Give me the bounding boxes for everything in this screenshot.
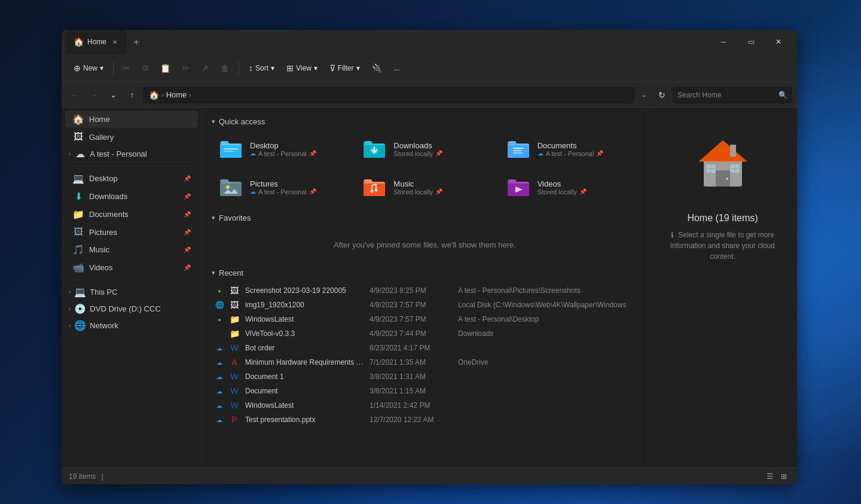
sidebar-videos-pin: 📌 <box>184 264 191 271</box>
svg-rect-25 <box>730 145 736 157</box>
recent-date-3: 4/9/2023 7:44 PM <box>370 329 453 338</box>
quick-access-chevron-icon: ▾ <box>212 118 215 126</box>
sidebar-group-this-pc[interactable]: › 💻 This PC <box>65 284 198 300</box>
quick-downloads-sub: Stored locally 📌 <box>393 150 442 157</box>
svg-rect-17 <box>364 184 385 196</box>
svg-rect-4 <box>224 151 234 152</box>
paste-button[interactable]: 📋 <box>155 60 175 76</box>
recent-row-5[interactable]: ☁ A Minimum Hardware Requirements fo... … <box>212 355 638 369</box>
delete-button[interactable]: 🗑 <box>216 60 234 76</box>
quick-item-downloads[interactable]: Downloads Stored locally 📌 <box>355 132 494 166</box>
forward-button[interactable]: → <box>86 87 102 103</box>
maximize-button[interactable]: ▭ <box>737 30 765 54</box>
new-icon: ⊕ <box>74 63 81 73</box>
quick-access-header[interactable]: ▾ Quick access <box>212 117 638 126</box>
path-current: Home <box>166 90 187 99</box>
search-box[interactable]: Search Home 🔍 <box>673 87 792 103</box>
details-button[interactable]: 🔌 <box>367 60 387 76</box>
sidebar-item-documents[interactable]: 📁 Documents 📌 <box>65 206 198 223</box>
quick-access-label: Quick access <box>219 117 265 126</box>
sync-status-0: ● <box>215 288 224 294</box>
desktop-icon: 💻 <box>72 173 84 184</box>
quick-item-videos[interactable]: Videos Stored locally 📌 <box>499 170 638 204</box>
quick-item-music[interactable]: Music Stored locally 📌 <box>355 170 494 204</box>
recent-location-3: Downloads <box>458 329 634 338</box>
recent-row-2[interactable]: ● 📁 WindowsLatest 4/9/2023 7:57 PM A tes… <box>212 312 638 326</box>
recent-row-7[interactable]: ☁ W Document 3/8/2021 1:15 AM <box>212 384 638 398</box>
quick-item-desktop[interactable]: Desktop ☁ A test - Personal 📌 <box>212 132 350 166</box>
recent-row-1[interactable]: 🌐 🖼 img19_1920x1200 4/9/2023 7:57 PM Loc… <box>212 298 638 312</box>
pictures-folder-icon <box>218 175 244 199</box>
recent-row-8[interactable]: ☁ W WindowsLatest 1/14/2021 2:42 PM <box>212 398 638 413</box>
sidebar-documents-label: Documents <box>89 210 179 219</box>
copy-icon: ⧉ <box>142 63 148 73</box>
svg-rect-9 <box>508 145 529 158</box>
recent-row-6[interactable]: ☁ W Document 1 3/8/2021 1:31 AM <box>212 369 638 384</box>
file-icon-7: W <box>228 386 240 396</box>
right-panel: Home (19 items) ℹ Select a single file t… <box>648 108 797 468</box>
filter-button[interactable]: ⊽ Filter ▾ <box>325 60 365 76</box>
status-items-count: 19 items | <box>69 472 107 481</box>
sidebar-item-home[interactable]: 🏠 Home <box>65 111 198 128</box>
favorites-header[interactable]: ▾ Favorites <box>212 213 638 222</box>
new-button[interactable]: ⊕ New ▾ <box>69 60 108 76</box>
sidebar-group-dvd[interactable]: › 💿 DVD Drive (D:) CCC <box>65 301 198 317</box>
sidebar-group-network[interactable]: › 🌐 Network <box>65 317 198 334</box>
tiles-view-button[interactable]: ⊞ <box>778 471 790 482</box>
details-view-button[interactable]: ☰ <box>764 471 775 482</box>
search-placeholder: Search Home <box>677 91 721 99</box>
view-button[interactable]: ⊞ View ▾ <box>282 60 322 76</box>
rename-button[interactable]: ✏ <box>178 60 194 76</box>
close-button[interactable]: ✕ <box>765 30 792 54</box>
sidebar-item-gallery[interactable]: 🖼 Gallery <box>65 129 198 145</box>
recent-row-4[interactable]: ☁ W Bot order 8/23/2021 4:17 PM <box>212 341 638 355</box>
cut-button[interactable]: ✂ <box>118 60 135 76</box>
back-button[interactable]: ← <box>66 87 83 103</box>
tab-close-button[interactable]: ✕ <box>110 37 120 47</box>
toolbar: ⊕ New ▾ ✂ ⧉ 📋 ✏ ↗ 🗑 ↕ Sort ▾ ⊞ <box>62 54 797 83</box>
copy-button[interactable]: ⧉ <box>138 60 153 76</box>
recent-label: Recent <box>219 268 243 277</box>
sort-button[interactable]: ↕ Sort ▾ <box>244 60 279 76</box>
sidebar-item-pictures[interactable]: 🖼 Pictures 📌 <box>65 224 198 240</box>
sync-status-9: ☁ <box>215 417 224 423</box>
recent-header[interactable]: ▾ Recent <box>212 268 638 277</box>
more-button[interactable]: ... <box>389 61 405 75</box>
recent-locations-button[interactable]: ⌄ <box>105 87 121 103</box>
sidebar-item-music[interactable]: 🎵 Music 📌 <box>65 241 198 258</box>
quick-item-pictures[interactable]: Pictures ☁ A test - Personal 📌 <box>212 170 350 204</box>
toolbar-separator-2 <box>239 62 239 74</box>
up-button[interactable]: ↑ <box>124 87 141 103</box>
recent-row-3[interactable]: 📁 ViVeTool-v0.3.3 4/9/2023 7:44 PM Downl… <box>212 326 638 341</box>
quick-item-documents[interactable]: Documents ☁ A test - Personal 📌 <box>499 132 638 166</box>
recent-row-0[interactable]: ● 🖼 Screenshot 2023-03-19 220005 4/9/202… <box>212 283 638 298</box>
recent-row-9[interactable]: ☁ P Test presentation.pptx 12/7/2020 12:… <box>212 413 638 427</box>
filter-icon: ⊽ <box>329 63 335 73</box>
sidebar-item-downloads[interactable]: ⬇ Downloads 📌 <box>65 188 198 205</box>
panel-desc: ℹ Select a single file to get more infor… <box>658 230 787 262</box>
details-icon: 🔌 <box>372 63 382 73</box>
refresh-button[interactable]: ↻ <box>654 87 670 103</box>
chevron-right-icon: › <box>69 151 71 157</box>
sidebar-group-a-test[interactable]: › ☁ A test - Personal <box>65 146 198 162</box>
new-tab-button[interactable]: ＋ <box>127 32 146 51</box>
svg-rect-11 <box>513 150 521 151</box>
sidebar-item-videos[interactable]: 📹 Videos 📌 <box>65 259 198 276</box>
home-tab[interactable]: 🏠 Home ✕ <box>66 30 127 54</box>
delete-icon: 🗑 <box>221 63 229 73</box>
cut-icon: ✂ <box>123 63 130 73</box>
recent-name-4: Bot order <box>245 344 365 352</box>
address-path[interactable]: 🏠 › Home › <box>143 87 634 103</box>
sidebar-documents-pin: 📌 <box>184 211 191 218</box>
network-icon: 🌐 <box>74 320 86 331</box>
minimize-button[interactable]: ─ <box>710 30 737 54</box>
recent-chevron-icon: ▾ <box>212 269 215 277</box>
sidebar-divider-1 <box>69 166 194 166</box>
quick-documents-sub: ☁ A test - Personal 📌 <box>538 150 604 157</box>
quick-pictures-name: Pictures <box>250 179 316 188</box>
file-icon-9: P <box>228 415 240 424</box>
share-button[interactable]: ↗ <box>197 60 213 76</box>
sidebar-item-desktop[interactable]: 💻 Desktop 📌 <box>65 170 198 187</box>
address-dropdown-button[interactable]: ⌄ <box>637 87 651 103</box>
recent-name-7: Document <box>245 387 365 395</box>
